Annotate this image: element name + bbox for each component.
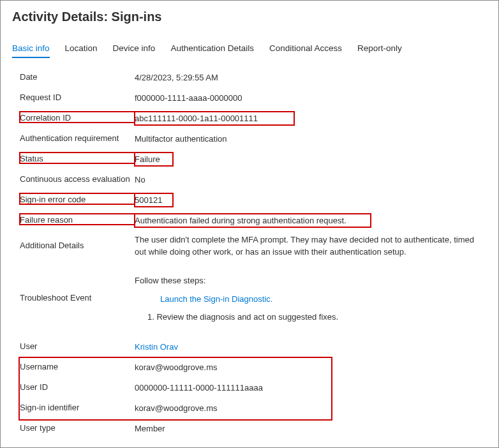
details-list: Date 4/28/2023, 5:29:55 AM Request ID f0… <box>12 68 487 440</box>
label-status: Status <box>20 153 135 163</box>
troubleshoot-review: 1. Review the diagnosis and act on sugge… <box>147 311 487 324</box>
row-additional-details: Additional Details The user didn't compl… <box>20 232 487 261</box>
tab-device-info[interactable]: Device info <box>113 41 156 58</box>
label-error-code: Sign-in error code <box>20 193 135 204</box>
label-user: User <box>20 340 135 351</box>
value-user-type: Member <box>135 422 487 435</box>
label-user-type: User type <box>20 422 135 433</box>
row-request-id: Request ID f000000-1111-aaaa-0000000 <box>20 89 487 109</box>
tab-basic-info[interactable]: Basic info <box>12 41 50 58</box>
activity-details-panel: Activity Details: Sign-ins Basic info Lo… <box>0 0 499 448</box>
value-username: korav@woodgrove.ms <box>135 361 487 374</box>
value-cae: No <box>135 173 487 186</box>
label-correlation-id: Correlation ID <box>20 112 135 123</box>
label-user-id: User ID <box>20 381 135 392</box>
user-link[interactable]: Kristin Orav <box>135 342 178 352</box>
value-correlation-id: abc111111-0000-1a11-00001111 <box>135 112 294 125</box>
row-failure-reason: Failure reason Authentication failed dur… <box>20 211 487 232</box>
row-date: Date 4/28/2023, 5:29:55 AM <box>20 68 487 89</box>
row-user-type: User type Member <box>20 419 487 440</box>
value-status: Failure <box>135 153 173 166</box>
label-failure-reason: Failure reason <box>20 214 135 225</box>
value-troubleshoot: Follow these steps: Launch the Sign-in D… <box>135 275 487 324</box>
row-signin-identifier: Sign-in identifier korav@woodgrove.ms <box>20 399 487 419</box>
row-user-id: User ID 0000000-11111-0000-111111aaaa <box>20 378 487 399</box>
label-troubleshoot: Troubleshoot Event <box>20 275 135 302</box>
row-username: Username korav@woodgrove.ms <box>20 358 487 378</box>
value-additional-details: The user didn't complete the MFA prompt.… <box>135 234 487 258</box>
value-user-id: 0000000-11111-0000-111111aaaa <box>135 381 487 394</box>
value-request-id: f000000-1111-aaaa-0000000 <box>135 91 487 105</box>
label-auth-requirement: Authentication requirement <box>20 132 135 143</box>
value-error-code: 500121 <box>135 193 173 207</box>
label-signin-identifier: Sign-in identifier <box>20 401 135 412</box>
label-username: Username <box>20 361 135 371</box>
page-title: Activity Details: Sign-ins <box>12 10 487 24</box>
label-date: Date <box>20 71 135 82</box>
value-failure-reason: Authentication failed during strong auth… <box>135 214 371 227</box>
tab-location[interactable]: Location <box>65 41 98 58</box>
tabs: Basic info Location Device info Authenti… <box>12 41 487 58</box>
value-date: 4/28/2023, 5:29:55 AM <box>135 71 487 84</box>
label-request-id: Request ID <box>20 91 135 102</box>
tab-report-only[interactable]: Report-only <box>357 41 402 58</box>
label-cae: Continuous access evaluation <box>20 173 135 184</box>
label-additional-details: Additional Details <box>20 234 135 250</box>
row-status: Status Failure <box>20 150 487 170</box>
row-auth-requirement: Authentication requirement Multifactor a… <box>20 130 487 150</box>
troubleshoot-intro: Follow these steps: <box>135 275 487 287</box>
row-error-code: Sign-in error code 500121 <box>20 191 487 211</box>
tab-auth-details[interactable]: Authentication Details <box>170 41 254 58</box>
row-troubleshoot: Troubleshoot Event Follow these steps: L… <box>20 273 487 327</box>
value-auth-requirement: Multifactor authentication <box>135 132 487 146</box>
launch-diagnostic-link[interactable]: Launch the Sign-in Diagnostic. <box>160 294 272 304</box>
tab-conditional-access[interactable]: Conditional Access <box>269 41 342 58</box>
user-identity-block: Username korav@woodgrove.ms User ID 0000… <box>20 358 487 419</box>
row-cae: Continuous access evaluation No <box>20 170 487 191</box>
row-user: User Kristin Orav <box>20 338 487 358</box>
row-correlation-id: Correlation ID abc111111-0000-1a11-00001… <box>20 109 487 130</box>
value-signin-identifier: korav@woodgrove.ms <box>135 401 487 415</box>
